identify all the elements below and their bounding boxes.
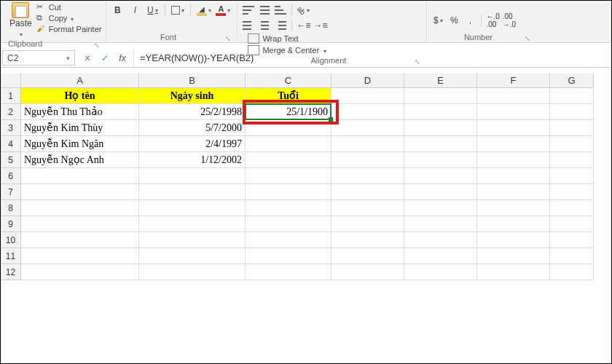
format-painter-button[interactable]: 🖌 Format Painter [36,24,102,34]
cell[interactable] [332,232,404,248]
cell[interactable] [246,200,332,216]
row-header-7[interactable]: 7 [1,184,21,200]
increase-indent-button[interactable]: →≡ [313,19,327,32]
cancel-formula-button[interactable]: ✕ [79,51,95,66]
cell-a5[interactable]: Nguyễn Ngọc Anh [21,152,139,168]
column-header-g[interactable]: G [550,74,594,88]
cell-g4[interactable] [550,136,594,152]
cell[interactable] [477,264,550,280]
cell[interactable] [550,248,594,264]
fill-handle[interactable] [329,117,333,122]
font-color-button[interactable]: A [216,4,230,17]
cell-d3[interactable] [332,120,404,136]
row-header-1[interactable]: 1 [1,88,21,104]
cell-d4[interactable] [332,136,404,152]
cell[interactable] [246,168,332,184]
italic-button[interactable]: I [128,4,141,17]
bold-button[interactable]: B [111,4,124,17]
column-header-e[interactable]: E [404,74,477,88]
cell[interactable] [332,248,404,264]
cell[interactable] [332,168,404,184]
cell[interactable] [404,184,477,200]
cell-b3[interactable]: 5/7/2000 [139,120,246,136]
cell[interactable] [550,232,594,248]
cell-b5[interactable]: 1/12/2002 [139,152,246,168]
cell[interactable] [477,168,550,184]
percent-button[interactable]: % [447,14,460,27]
cell[interactable] [139,232,246,248]
row-header-10[interactable]: 10 [1,232,21,248]
cell[interactable] [477,216,550,232]
insert-function-button[interactable]: fx [114,51,130,66]
accounting-format-button[interactable]: $ [431,14,444,27]
font-dialog-launcher[interactable]: ⤡ [225,35,232,42]
cell[interactable] [139,264,246,280]
cell[interactable] [477,232,550,248]
cell[interactable] [246,216,332,232]
cell-b2[interactable]: 25/2/1998 [139,104,246,120]
cell[interactable] [550,184,594,200]
cell-b4[interactable]: 2/4/1997 [139,136,246,152]
cell[interactable] [332,216,404,232]
cell[interactable] [404,216,477,232]
cell[interactable] [246,232,332,248]
name-box[interactable]: C2 ▾ [2,50,75,66]
align-left-button[interactable] [242,19,255,32]
cell[interactable] [21,200,139,216]
fill-color-button[interactable]: ◢ [197,4,211,17]
row-header-4[interactable]: 4 [1,136,21,152]
cell-c5[interactable] [246,152,332,168]
cell-c1[interactable]: Tuổi [246,88,332,104]
column-header-d[interactable]: D [332,74,404,88]
align-center-button[interactable] [258,19,271,32]
wrap-text-button[interactable]: Wrap Text [248,33,326,44]
worksheet-grid[interactable]: A B C D E F G 1 Họ tên Ngày sinh Tuổi 2 … [1,74,611,280]
increase-decimal-button[interactable]: ←.0.00 [486,14,499,27]
enter-formula-button[interactable]: ✓ [97,51,113,66]
cell[interactable] [332,184,404,200]
cell-f5[interactable] [477,152,550,168]
align-bottom-button[interactable] [274,4,287,17]
cell[interactable] [139,216,246,232]
row-header-2[interactable]: 2 [1,104,21,120]
cell[interactable] [404,168,477,184]
cell[interactable] [246,184,332,200]
cell-a2[interactable]: Nguyễn Thu Thảo [21,104,139,120]
cell-d5[interactable] [332,152,404,168]
cell-e2[interactable] [404,104,477,120]
cell[interactable] [550,200,594,216]
cell[interactable] [139,184,246,200]
cell[interactable] [246,264,332,280]
cell-f4[interactable] [477,136,550,152]
align-right-button[interactable] [274,19,287,32]
column-header-b[interactable]: B [139,74,246,88]
cell[interactable] [477,200,550,216]
row-header-9[interactable]: 9 [1,216,21,232]
cell-f2[interactable] [477,104,550,120]
cell[interactable] [404,232,477,248]
column-header-c[interactable]: C [246,74,332,88]
column-header-a[interactable]: A [21,74,139,88]
row-header-8[interactable]: 8 [1,200,21,216]
decrease-decimal-button[interactable]: .00→.0 [503,14,516,27]
row-header-11[interactable]: 11 [1,248,21,264]
orientation-button[interactable]: ab [297,4,310,17]
cell-e5[interactable] [404,152,477,168]
cell[interactable] [404,200,477,216]
cell[interactable] [404,248,477,264]
decrease-indent-button[interactable]: ←≡ [297,19,310,32]
cell[interactable] [21,168,139,184]
cell[interactable] [139,248,246,264]
cell-c2[interactable]: 25/1/1900 [246,104,332,120]
column-header-f[interactable]: F [477,74,550,88]
paste-button[interactable]: Paste [8,2,34,39]
row-header-6[interactable]: 6 [1,168,21,184]
align-top-button[interactable] [242,4,255,17]
align-middle-button[interactable] [258,4,271,17]
cell-c3[interactable] [246,120,332,136]
cell-d2[interactable] [332,104,404,120]
cell[interactable] [332,264,404,280]
cell-c4[interactable] [246,136,332,152]
border-button[interactable] [171,4,184,17]
copy-button[interactable]: ⧉ Copy [36,13,102,23]
